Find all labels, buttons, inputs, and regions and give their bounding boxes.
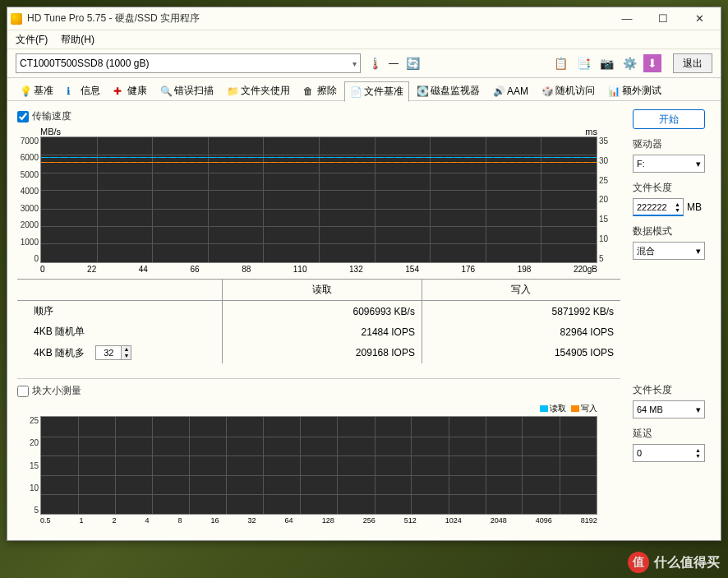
legend-read-swatch [540, 405, 548, 412]
copy-all-icon[interactable]: 📑 [574, 54, 592, 72]
file-icon: 📄 [350, 86, 362, 98]
table-row: 4KB 随机多 ▲▼ 209168 IOPS154905 IOPS [17, 342, 620, 363]
search-icon: 🔍 [160, 86, 172, 97]
drive-letter-combo[interactable]: F:▾ [633, 155, 705, 173]
spin-up-icon[interactable]: ▲ [695, 447, 701, 453]
random-icon: 🎲 [541, 86, 553, 97]
transfer-speed-label: 传输速度 [32, 109, 71, 123]
legend-write-swatch [571, 405, 579, 412]
tab-random[interactable]: 🎲随机访问 [536, 81, 601, 101]
tab-errorscan[interactable]: 🔍错误扫描 [154, 81, 219, 101]
maximize-button[interactable]: ☐ [645, 7, 681, 30]
menubar: 文件(F) 帮助(H) [7, 30, 721, 49]
folder-icon: 📁 [227, 86, 238, 97]
transfer-speed-checkbox[interactable] [17, 111, 29, 123]
health-icon: ✚ [113, 86, 125, 97]
tab-diskmon[interactable]: 💽磁盘监视器 [411, 81, 486, 101]
chevron-down-icon: ▾ [696, 159, 701, 169]
watermark: 值 什么值得买 [628, 552, 720, 573]
minimize-button[interactable]: — [609, 7, 645, 30]
menu-file[interactable]: 文件(F) [12, 31, 51, 49]
menu-help[interactable]: 帮助(H) [58, 31, 98, 49]
side-column: 开始 驱动器 F:▾ 文件长度 ▲▼ MB 数据模式 混合▾ 文件长度 64 M… [633, 109, 711, 525]
spin-up-icon[interactable]: ▲ [675, 201, 680, 207]
chart1-xaxis: 022446688110132154176198220gB [17, 263, 620, 274]
chart1-read-line [41, 157, 597, 158]
tab-extra[interactable]: 📊额外测试 [602, 81, 667, 101]
delay-label: 延迟 [633, 427, 711, 441]
tab-info[interactable]: ℹ信息 [61, 81, 106, 101]
tab-benchmark[interactable]: 💡基准 [14, 81, 59, 101]
filelen-input[interactable] [637, 202, 675, 212]
tab-folder[interactable]: 📁文件夹使用 [221, 81, 296, 101]
col-write: 写入 [422, 280, 620, 301]
titlebar[interactable]: HD Tune Pro 5.75 - 硬盘/SSD 实用程序 — ☐ ✕ [7, 7, 721, 30]
chart1-ylabel-right: ms [585, 127, 597, 136]
app-window: HD Tune Pro 5.75 - 硬盘/SSD 实用程序 — ☐ ✕ 文件(… [7, 7, 721, 541]
blocksize-chart [40, 416, 597, 515]
main-column: 传输速度 MB/s ms 700060005000400030002000100… [17, 109, 620, 525]
chart1-ylabel-left: MB/s [40, 127, 61, 136]
chart1-yaxis-left: 70006000500040003000200010000 [17, 136, 40, 263]
chart1-write-line [41, 162, 597, 163]
save-icon[interactable]: ⬇ [643, 54, 661, 72]
copy-icon[interactable]: 📋 [551, 54, 569, 72]
chart2-legend: 读取 写入 [17, 401, 620, 416]
results-table: 读取写入 顺序6096993 KB/s5871992 KB/s 4KB 随机单2… [17, 279, 620, 363]
settings-icon[interactable]: ⚙️ [620, 54, 638, 72]
screenshot-icon[interactable]: 📷 [597, 54, 615, 72]
pattern-combo[interactable]: 混合▾ [633, 242, 705, 260]
window-title: HD Tune Pro 5.75 - 硬盘/SSD 实用程序 [27, 12, 609, 25]
extra-icon: 📊 [608, 86, 620, 97]
col-read: 读取 [223, 280, 422, 301]
disk-icon: 💽 [417, 86, 428, 97]
filelen2-label: 文件长度 [633, 383, 711, 397]
delay-input[interactable] [637, 448, 686, 458]
filelen2-combo[interactable]: 64 MB▾ [633, 400, 705, 418]
filelen-spinner[interactable]: ▲▼ [633, 198, 684, 216]
close-button[interactable]: ✕ [681, 7, 717, 30]
chevron-down-icon: ▾ [696, 405, 701, 415]
drives-label: 驱动器 [633, 137, 711, 151]
chevron-down-icon: ▾ [352, 59, 357, 68]
exit-button[interactable]: 退出 [673, 53, 712, 73]
filelen-label: 文件长度 [633, 181, 711, 195]
app-icon [11, 13, 22, 25]
drive-selector[interactable]: CT1000T500SSD8 (1000 gB) ▾ [16, 53, 361, 73]
spin-down-icon[interactable]: ▼ [675, 207, 680, 213]
spin-down-icon[interactable]: ▼ [121, 353, 131, 359]
main-toolbar: CT1000T500SSD8 (1000 gB) ▾ 🌡️ — 🔄 📋 📑 📷 … [7, 49, 721, 78]
queue-depth-input[interactable] [96, 348, 121, 358]
chart1-wrap: 70006000500040003000200010000 3530252015… [17, 136, 620, 263]
pattern-label: 数据模式 [633, 224, 711, 238]
start-button[interactable]: 开始 [633, 109, 705, 129]
refresh-icon[interactable]: 🔄 [403, 54, 422, 72]
bulb-icon: 💡 [20, 86, 31, 97]
blocksize-label: 块大小测量 [32, 384, 81, 398]
table-row: 4KB 随机单21484 IOPS82964 IOPS [17, 321, 620, 342]
filelen-unit: MB [687, 201, 702, 213]
chart2-xaxis: 0.512481632641282565121024204840968192 [17, 515, 620, 525]
blocksize-checkbox[interactable] [17, 386, 29, 397]
erase-icon: 🗑 [303, 86, 315, 97]
tab-aam[interactable]: 🔊AAM [487, 82, 534, 100]
temp-dash: — [389, 58, 399, 69]
tab-health[interactable]: ✚健康 [108, 81, 153, 101]
transfer-speed-chart [40, 136, 597, 263]
tab-bar: 💡基准 ℹ信息 ✚健康 🔍错误扫描 📁文件夹使用 🗑擦除 📄文件基准 💽磁盘监视… [7, 78, 721, 101]
watermark-text: 什么值得买 [654, 554, 720, 571]
chevron-down-icon: ▾ [696, 246, 701, 257]
spin-up-icon[interactable]: ▲ [121, 346, 131, 353]
content-area: 传输速度 MB/s ms 700060005000400030002000100… [7, 101, 721, 533]
info-icon: ℹ [67, 86, 78, 97]
delay-spinner[interactable]: ▲▼ [633, 444, 705, 462]
watermark-badge: 值 [628, 552, 649, 573]
tab-filebench[interactable]: 📄文件基准 [344, 81, 409, 102]
drive-selected: CT1000T500SSD8 (1000 gB) [20, 58, 149, 69]
chart2-yaxis: 252015105 [17, 416, 40, 515]
temperature-icon[interactable]: 🌡️ [366, 54, 384, 72]
tab-erase[interactable]: 🗑擦除 [297, 81, 343, 101]
table-row: 顺序6096993 KB/s5871992 KB/s [17, 301, 620, 322]
spin-down-icon[interactable]: ▼ [695, 453, 701, 459]
queue-depth-spinner[interactable]: ▲▼ [95, 345, 131, 360]
